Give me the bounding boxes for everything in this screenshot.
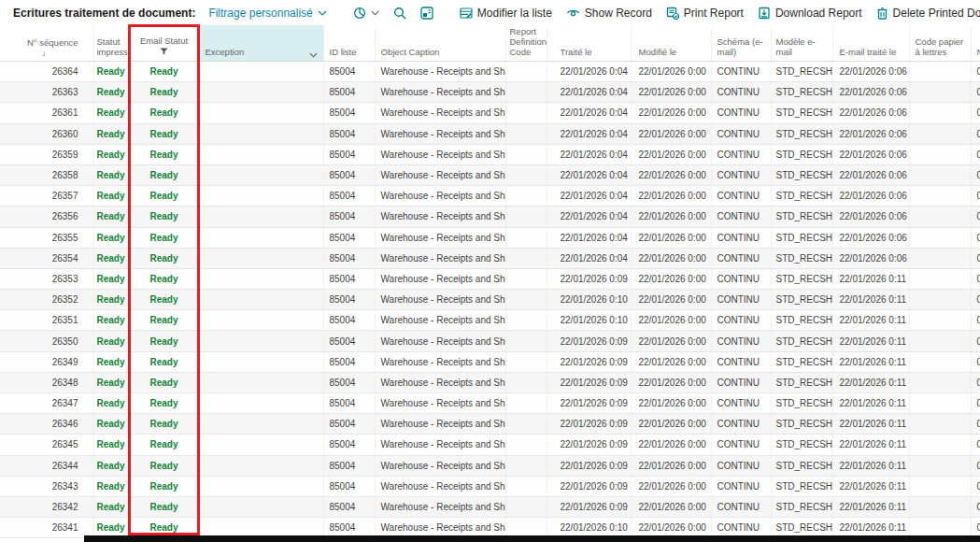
table-row[interactable]: 26343ReadyReady85004Warehouse - Receipts… bbox=[0, 476, 980, 496]
table-row[interactable]: 26352ReadyReady85004Warehouse - Receipts… bbox=[0, 290, 980, 310]
column-header-sequence-no[interactable]: N° séquence ↓ bbox=[0, 25, 93, 62]
cell-schema[interactable]: CONTINU bbox=[711, 144, 771, 164]
cell-paper_code[interactable] bbox=[909, 186, 971, 207]
column-header-email-schema[interactable]: Schéma (e-mail) bbox=[711, 25, 771, 62]
cell-seq[interactable]: 26344 bbox=[0, 455, 93, 476]
cell-seq[interactable]: 26353 bbox=[0, 268, 93, 289]
cell-exception[interactable] bbox=[199, 351, 323, 372]
cell-email_processed_at[interactable]: 22/01/2026 0:06 bbox=[832, 227, 909, 248]
cell-modified_at[interactable]: 22/01/2026 0:00 bbox=[631, 331, 711, 351]
cell-paper_code[interactable] bbox=[909, 207, 971, 227]
table-row[interactable]: 26342ReadyReady85004Warehouse - Receipts… bbox=[0, 496, 980, 517]
column-header-exception-selected[interactable]: Exception bbox=[199, 25, 323, 62]
cell-print_status[interactable]: Ready bbox=[93, 62, 129, 82]
cell-report_def[interactable] bbox=[505, 164, 547, 185]
cell-schema[interactable]: CONTINU bbox=[711, 248, 771, 268]
cell-email_status[interactable]: Ready bbox=[129, 476, 199, 496]
cell-object_caption[interactable]: Warehouse - Receipts and Ship... bbox=[375, 496, 505, 517]
cell-exception[interactable] bbox=[199, 227, 323, 248]
cell-email_status[interactable]: Ready bbox=[129, 496, 199, 517]
cell-email_model[interactable]: STD_RECSHIP bbox=[771, 248, 832, 268]
cell-paper_code[interactable] bbox=[909, 372, 971, 392]
cell-print_status[interactable]: Ready bbox=[93, 455, 129, 476]
cell-schema[interactable]: CONTINU bbox=[711, 268, 771, 289]
cell-seq[interactable]: 26358 bbox=[0, 164, 93, 185]
cell-modified_at[interactable]: 22/01/2026 0:00 bbox=[631, 455, 711, 476]
search-button[interactable] bbox=[392, 5, 407, 21]
cell-modified_at[interactable]: 22/01/2026 0:00 bbox=[631, 164, 711, 185]
table-row[interactable]: 26348ReadyReady85004Warehouse - Receipts… bbox=[0, 372, 980, 392]
cell-email_status[interactable]: Ready bbox=[129, 372, 199, 392]
download-report-button[interactable]: Download Report bbox=[757, 5, 863, 21]
cell-object_caption[interactable]: Warehouse - Receipts and Ship... bbox=[375, 186, 505, 207]
cell-email_model[interactable]: STD_RECSHIP bbox=[771, 82, 832, 103]
open-in-excel-button[interactable] bbox=[419, 5, 434, 21]
cell-processed_at[interactable]: 22/01/2026 0:10 bbox=[547, 310, 631, 331]
table-row[interactable]: 26355ReadyReady85004Warehouse - Receipts… bbox=[0, 227, 980, 248]
cell-id_list[interactable]: 85004 bbox=[323, 351, 375, 372]
cell-id_list[interactable]: 85004 bbox=[323, 123, 375, 144]
cell-seq[interactable]: 26347 bbox=[0, 393, 93, 414]
cell-id_list[interactable]: 85004 bbox=[323, 290, 375, 310]
cell-last[interactable]: 0 bbox=[971, 207, 980, 227]
cell-report_def[interactable] bbox=[505, 62, 547, 82]
cell-modified_at[interactable]: 22/01/2026 0:00 bbox=[631, 248, 711, 268]
cell-processed_at[interactable]: 22/01/2026 0:04 bbox=[547, 248, 631, 268]
cell-processed_at[interactable]: 22/01/2026 0:09 bbox=[547, 435, 631, 455]
cell-exception[interactable] bbox=[199, 372, 323, 392]
cell-id_list[interactable]: 85004 bbox=[323, 164, 375, 185]
cell-paper_code[interactable] bbox=[909, 164, 971, 185]
cell-id_list[interactable]: 85004 bbox=[323, 103, 375, 123]
cell-last[interactable]: 0 bbox=[971, 496, 980, 517]
cell-seq[interactable]: 26342 bbox=[0, 496, 93, 517]
cell-report_def[interactable] bbox=[505, 351, 547, 372]
cell-object_caption[interactable]: Warehouse - Receipts and Ship... bbox=[375, 476, 505, 496]
cell-processed_at[interactable]: 22/01/2026 0:09 bbox=[547, 393, 631, 414]
cell-email_model[interactable]: STD_RECSHIP bbox=[771, 476, 832, 496]
cell-last[interactable]: 0 bbox=[971, 393, 980, 414]
cell-id_list[interactable]: 85004 bbox=[323, 268, 375, 289]
cell-modified_at[interactable]: 22/01/2026 0:00 bbox=[631, 62, 711, 82]
cell-schema[interactable]: CONTINU bbox=[711, 227, 771, 248]
cell-email_processed_at[interactable]: 22/01/2026 0:06 bbox=[832, 123, 909, 144]
cell-seq[interactable]: 26350 bbox=[0, 331, 93, 351]
cell-paper_code[interactable] bbox=[909, 248, 971, 268]
cell-email_model[interactable]: STD_RECSHIP bbox=[771, 331, 832, 351]
column-header-list-id[interactable]: ID liste bbox=[323, 25, 375, 62]
cell-exception[interactable] bbox=[199, 268, 323, 289]
cell-object_caption[interactable]: Warehouse - Receipts and Ship... bbox=[375, 455, 505, 476]
cell-processed_at[interactable]: 22/01/2026 0:04 bbox=[547, 164, 631, 185]
cell-last[interactable]: 0 bbox=[971, 164, 980, 185]
cell-email_processed_at[interactable]: 22/01/2026 0:11 bbox=[832, 414, 909, 435]
cell-seq[interactable]: 26349 bbox=[0, 351, 93, 372]
cell-object_caption[interactable]: Warehouse - Receipts and Ship... bbox=[375, 331, 505, 351]
cell-schema[interactable]: CONTINU bbox=[711, 82, 771, 103]
cell-schema[interactable]: CONTINU bbox=[711, 207, 771, 227]
cell-last[interactable]: 0 bbox=[971, 268, 980, 289]
cell-email_status[interactable]: Ready bbox=[129, 331, 199, 351]
cell-modified_at[interactable]: 22/01/2026 0:00 bbox=[631, 207, 711, 227]
show-record-button[interactable]: Show Record bbox=[565, 5, 653, 21]
cell-id_list[interactable]: 85004 bbox=[323, 435, 375, 455]
cell-print_status[interactable]: Ready bbox=[93, 248, 129, 268]
table-row[interactable]: 26357ReadyReady85004Warehouse - Receipts… bbox=[0, 186, 980, 207]
cell-report_def[interactable] bbox=[505, 186, 547, 207]
cell-last[interactable]: 0 bbox=[971, 103, 980, 123]
table-row[interactable]: 26354ReadyReady85004Warehouse - Receipts… bbox=[0, 248, 980, 268]
cell-email_status[interactable]: Ready bbox=[129, 435, 199, 455]
table-row[interactable]: 26349ReadyReady85004Warehouse - Receipts… bbox=[0, 351, 980, 372]
cell-print_status[interactable]: Ready bbox=[93, 414, 129, 435]
print-report-button[interactable]: Print Report bbox=[665, 5, 745, 21]
cell-exception[interactable] bbox=[199, 248, 323, 268]
cell-report_def[interactable] bbox=[505, 103, 547, 123]
column-header-processed-at[interactable]: Traité le bbox=[547, 25, 631, 62]
cell-id_list[interactable]: 85004 bbox=[323, 372, 375, 392]
cell-email_model[interactable]: STD_RECSHIP bbox=[771, 496, 832, 517]
cell-seq[interactable]: 26360 bbox=[0, 123, 93, 144]
horizontal-scrollbar[interactable] bbox=[84, 535, 980, 542]
cell-last[interactable]: 0 bbox=[971, 82, 980, 103]
cell-report_def[interactable] bbox=[505, 123, 547, 144]
cell-print_status[interactable]: Ready bbox=[93, 186, 129, 207]
cell-object_caption[interactable]: Warehouse - Receipts and Ship... bbox=[375, 414, 505, 435]
cell-object_caption[interactable]: Warehouse - Receipts and Ship... bbox=[375, 164, 505, 185]
